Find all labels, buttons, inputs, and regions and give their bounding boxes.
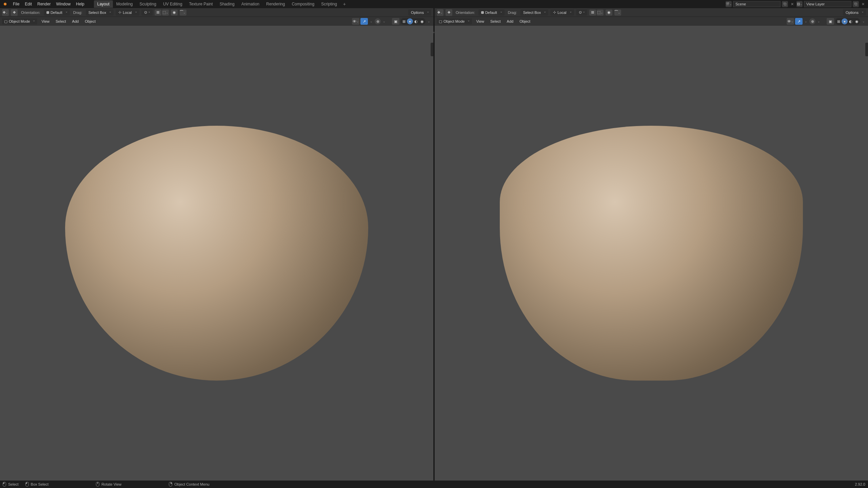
- svg-point-2: [5, 3, 6, 4]
- overlays-toggle[interactable]: ⊕: [375, 18, 381, 24]
- tool-options-dropdown[interactable]: Options: [843, 9, 866, 16]
- menu-edit[interactable]: Edit: [22, 2, 35, 6]
- object-mode-icon: ▢: [439, 19, 442, 24]
- drag-value: Select Box: [523, 11, 541, 15]
- mouse-middle-icon: [96, 482, 99, 487]
- menu-file[interactable]: File: [10, 2, 22, 6]
- gizmo-toggle[interactable]: ↗: [360, 18, 368, 25]
- viewlayer-delete-button[interactable]: ✕: [860, 2, 866, 6]
- workspace-uv[interactable]: UV Editing: [160, 0, 186, 8]
- workspace-sculpting[interactable]: Sculpting: [136, 0, 160, 8]
- transform-value: Local: [123, 11, 132, 15]
- tool-options-dropdown[interactable]: Options: [408, 9, 431, 16]
- options-label: Options: [411, 11, 424, 15]
- viewlayer-new-button[interactable]: ⿻: [853, 1, 859, 7]
- workspace-shading[interactable]: Shading: [216, 0, 238, 8]
- drag-dropdown[interactable]: Select Box: [520, 9, 549, 16]
- blender-logo-icon[interactable]: [2, 1, 7, 7]
- left-sidebar-toggle[interactable]: [431, 43, 433, 56]
- shading-solid[interactable]: ●: [842, 18, 848, 24]
- viewlayer-name-field[interactable]: View Layer: [804, 1, 851, 7]
- xray-toggle[interactable]: ▣: [827, 18, 834, 25]
- orientation-value: Default: [485, 11, 497, 15]
- visibility-dropdown[interactable]: 👁⌄: [352, 18, 359, 25]
- proportional-toggle[interactable]: ◉: [171, 9, 178, 16]
- proportional-type-dropdown[interactable]: ⁀⌄: [180, 9, 186, 16]
- cursor-tool-icon[interactable]: ✥⌄: [2, 9, 9, 16]
- orientation-dropdown[interactable]: Default: [44, 9, 70, 16]
- orientation-value: Default: [51, 11, 62, 15]
- viewlayer-browse-icon[interactable]: 🖼⌄: [796, 1, 803, 7]
- model-preview-right: [500, 126, 803, 381]
- cursor-tool-icon[interactable]: ✥⌄: [437, 9, 443, 16]
- workspace-animation[interactable]: Animation: [238, 0, 263, 8]
- drag-value: Select Box: [88, 11, 106, 15]
- workspace-modeling[interactable]: Modeling: [113, 0, 136, 8]
- proportional-type-dropdown[interactable]: ⁀⌄: [614, 9, 621, 16]
- left-3d-viewport[interactable]: [0, 26, 433, 481]
- scene-name-field[interactable]: Scene: [733, 1, 781, 7]
- workspace-compositing[interactable]: Compositing: [288, 0, 318, 8]
- shading-rendered[interactable]: ◉: [419, 18, 425, 24]
- snap-toggle[interactable]: 𝌆: [155, 9, 161, 16]
- right-3d-viewport[interactable]: [435, 26, 868, 481]
- shading-solid[interactable]: ●: [407, 18, 413, 24]
- vp-menu-select[interactable]: Select: [54, 19, 68, 23]
- vp-menu-object[interactable]: Object: [517, 19, 532, 23]
- shading-rendered[interactable]: ◉: [854, 18, 860, 24]
- scene-delete-button[interactable]: ✕: [789, 2, 795, 6]
- gizmo-chevron-icon[interactable]: ⌄: [804, 20, 808, 23]
- move-tool-icon[interactable]: ✥: [11, 9, 18, 16]
- right-sidebar-toggle[interactable]: [865, 43, 868, 56]
- workspace-layout[interactable]: Layout: [94, 0, 113, 8]
- mouse-left-icon: [3, 482, 6, 487]
- snap-toggle[interactable]: 𝌆: [589, 9, 596, 16]
- pivot-dropdown[interactable]: ⊙: [141, 9, 153, 16]
- menu-render[interactable]: Render: [35, 2, 53, 6]
- overlays-chevron-icon[interactable]: ⌄: [816, 20, 821, 23]
- snap-type-dropdown[interactable]: ⬚⌄: [597, 9, 604, 16]
- mouse-left-icon: [25, 482, 29, 487]
- add-workspace-button[interactable]: +: [340, 1, 349, 7]
- menu-window[interactable]: Window: [53, 2, 73, 6]
- shading-chevron-icon[interactable]: ⌄: [861, 20, 866, 23]
- transform-orientation-dropdown[interactable]: ⊹Local: [550, 9, 574, 16]
- orientation-icon: [481, 11, 484, 14]
- menu-help[interactable]: Help: [73, 2, 87, 6]
- workspace-texture[interactable]: Texture Paint: [186, 0, 216, 8]
- transform-orientation-dropdown[interactable]: ⊹Local: [116, 9, 139, 16]
- shading-matprev[interactable]: ◐: [413, 18, 419, 24]
- orientation-dropdown[interactable]: Default: [478, 9, 505, 16]
- gizmo-toggle[interactable]: ↗: [795, 18, 803, 25]
- move-tool-icon[interactable]: ✥: [446, 9, 452, 16]
- workspace-rendering[interactable]: Rendering: [263, 0, 288, 8]
- drag-dropdown[interactable]: Select Box: [86, 9, 114, 16]
- visibility-dropdown[interactable]: 👁⌄: [787, 18, 794, 25]
- vp-menu-add[interactable]: Add: [70, 19, 81, 23]
- proportional-toggle[interactable]: ◉: [606, 9, 612, 16]
- overlays-chevron-icon[interactable]: ⌄: [382, 20, 387, 23]
- shading-matprev[interactable]: ◐: [848, 18, 854, 24]
- workspace-scripting[interactable]: Scripting: [318, 0, 340, 8]
- right-viewport-canvas: [435, 26, 868, 481]
- scene-new-button[interactable]: ⿻: [782, 1, 788, 7]
- gizmo-chevron-icon[interactable]: ⌄: [369, 20, 374, 23]
- mode-dropdown[interactable]: ▢Object Mode: [437, 18, 472, 24]
- pivot-dropdown[interactable]: ⊙: [576, 9, 587, 16]
- options-label: Options: [846, 11, 859, 15]
- overlays-toggle[interactable]: ⊕: [809, 18, 815, 24]
- viewport-header-left: ▢Object Mode View Select Add Object 👁⌄ ↗…: [0, 17, 433, 26]
- xray-toggle[interactable]: ▣: [392, 18, 399, 25]
- vp-menu-select[interactable]: Select: [488, 19, 503, 23]
- mode-dropdown[interactable]: ▢Object Mode: [2, 18, 37, 24]
- shading-chevron-icon[interactable]: ⌄: [427, 20, 431, 23]
- snap-type-dropdown[interactable]: ⬚⌄: [162, 9, 169, 16]
- shading-wire[interactable]: ⊞: [835, 18, 842, 24]
- vp-menu-object[interactable]: Object: [83, 19, 98, 23]
- vp-menu-add[interactable]: Add: [505, 19, 516, 23]
- scene-browse-icon[interactable]: 🎬⌄: [726, 1, 732, 7]
- vp-menu-view[interactable]: View: [474, 19, 486, 23]
- shading-wire[interactable]: ⊞: [401, 18, 407, 24]
- left-viewport-pane: ✥⌄ ✥ Orientation: Default Drag: Select B…: [0, 8, 433, 481]
- vp-menu-view[interactable]: View: [39, 19, 52, 23]
